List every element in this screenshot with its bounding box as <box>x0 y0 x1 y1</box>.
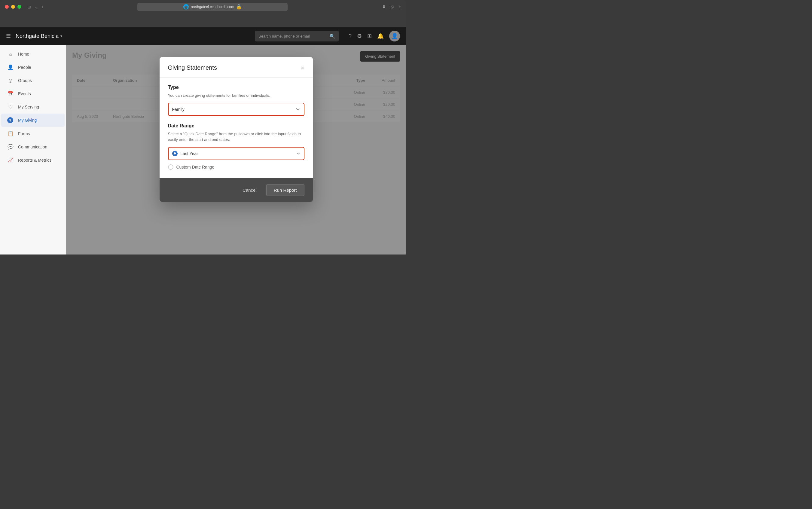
people-icon: 👤 <box>7 64 14 70</box>
sidebar-item-label: Groups <box>18 78 32 83</box>
sidebar-item-home[interactable]: ⌂ Home <box>1 48 65 60</box>
share-icon[interactable]: ⎋ <box>391 4 394 10</box>
quick-date-radio-button[interactable] <box>172 151 178 156</box>
date-range-heading: Date Range <box>168 123 304 129</box>
type-section-heading: Type <box>168 85 304 90</box>
app-header: ☰ Northgate Benicia ▾ Search name, phone… <box>0 27 406 45</box>
date-range-section: Date Range Select a "Quick Date Range" f… <box>168 123 304 171</box>
events-icon: 📅 <box>7 91 14 97</box>
date-range-description: Select a "Quick Date Range" from the pul… <box>168 131 304 143</box>
sidebar-item-communication[interactable]: 💬 Communication <box>1 140 65 153</box>
content-area: My Giving Giving Statement Date Organiza… <box>66 45 406 254</box>
url-text: northgatecf.ccbchurch.com <box>191 5 234 9</box>
quick-date-select[interactable]: Last Year This Year Custom Date Range <box>180 151 300 156</box>
fullscreen-traffic-light[interactable] <box>18 5 21 9</box>
sidebar-item-label: Events <box>18 91 31 96</box>
app-title: Northgate Benicia ▾ <box>15 33 62 39</box>
minimize-traffic-light[interactable] <box>11 5 15 9</box>
main-layout: ⌂ Home 👤 People ◎ Groups 📅 Events ♡ My S… <box>0 45 406 254</box>
sidebar-item-my-giving[interactable]: $ My Giving <box>1 113 65 127</box>
forms-icon: 📋 <box>7 131 14 136</box>
org-name: Northgate Benicia <box>15 33 59 39</box>
sidebar: ⌂ Home 👤 People ◎ Groups 📅 Events ♡ My S… <box>0 45 66 254</box>
address-bar[interactable]: 🌐 northgatecf.ccbchurch.com 🔒 <box>137 3 287 11</box>
sidebar-item-label: My Serving <box>18 105 39 109</box>
hamburger-icon[interactable]: ☰ <box>6 33 11 39</box>
modal-giving-statements: Giving Statements × Type You can create … <box>160 57 313 202</box>
browser-controls: ⊞ ⌄ ‹ <box>27 4 43 9</box>
run-report-button[interactable]: Run Report <box>266 184 304 196</box>
sidebar-item-label: My Giving <box>18 118 37 123</box>
browser-right-controls: ⬇ ⎋ + <box>382 4 401 10</box>
modal-title: Giving Statements <box>168 64 217 71</box>
gear-icon[interactable]: ⚙ <box>357 33 362 39</box>
sidebar-item-reports[interactable]: 📈 Reports & Metrics <box>1 154 65 166</box>
search-bar[interactable]: Search name, phone or email 🔍 <box>255 31 339 41</box>
sidebar-item-label: Reports & Metrics <box>18 158 52 163</box>
custom-date-row[interactable]: Custom Date Range <box>168 163 304 171</box>
type-section-description: You can create giving statements for fam… <box>168 93 304 99</box>
lock-icon: 🔒 <box>236 4 242 10</box>
modal-close-button[interactable]: × <box>301 65 304 71</box>
type-select[interactable]: Family Individual <box>168 103 304 116</box>
sidebar-item-my-serving[interactable]: ♡ My Serving <box>1 100 65 113</box>
browser-titlebar: ⊞ ⌄ ‹ 🌐 northgatecf.ccbchurch.com 🔒 ⬇ ⎋ … <box>0 0 406 13</box>
header-icons: ? ⚙ ⊞ 🔔 👤 <box>348 31 400 41</box>
type-section: Type You can create giving statements fo… <box>168 85 304 116</box>
modal-body: Type You can create giving statements fo… <box>160 77 313 178</box>
sidebar-item-label: Home <box>18 52 29 57</box>
search-icon[interactable]: 🔍 <box>329 33 335 39</box>
browser-chrome: ⊞ ⌄ ‹ 🌐 northgatecf.ccbchurch.com 🔒 ⬇ ⎋ … <box>0 0 406 27</box>
sidebar-item-label: People <box>18 65 31 70</box>
close-traffic-light[interactable] <box>5 5 9 9</box>
search-placeholder: Search name, phone or email <box>259 34 327 38</box>
help-icon[interactable]: ? <box>348 33 351 39</box>
sidebar-item-label: Communication <box>18 144 47 149</box>
sidebar-item-forms[interactable]: 📋 Forms <box>1 127 65 140</box>
back-icon[interactable]: ‹ <box>42 4 43 9</box>
modal-footer: Cancel Run Report <box>160 178 313 202</box>
custom-date-radio-button[interactable] <box>168 164 173 170</box>
modal-header: Giving Statements × <box>160 57 313 77</box>
radio-selected-indicator <box>174 152 176 155</box>
download-icon[interactable]: ⬇ <box>382 4 386 10</box>
cancel-button[interactable]: Cancel <box>238 185 262 195</box>
groups-icon: ◎ <box>7 77 14 83</box>
grid-icon[interactable]: ⊞ <box>367 33 372 39</box>
site-icon: 🌐 <box>183 4 189 10</box>
avatar[interactable]: 👤 <box>389 31 400 41</box>
custom-date-label: Custom Date Range <box>176 165 214 169</box>
sidebar-item-events[interactable]: 📅 Events <box>1 87 65 100</box>
sidebar-item-people[interactable]: 👤 People <box>1 61 65 74</box>
sidebar-toggle-icon[interactable]: ⊞ <box>27 4 31 9</box>
traffic-lights <box>5 5 21 9</box>
sidebar-item-label: Forms <box>18 131 30 136</box>
quick-date-range-row[interactable]: Last Year This Year Custom Date Range <box>168 147 304 160</box>
home-icon: ⌂ <box>7 52 14 57</box>
sidebar-item-groups[interactable]: ◎ Groups <box>1 74 65 87</box>
communication-icon: 💬 <box>7 144 14 149</box>
new-tab-icon[interactable]: + <box>399 4 401 10</box>
serving-icon: ♡ <box>7 104 14 110</box>
reports-icon: 📈 <box>7 157 14 163</box>
giving-icon: $ <box>7 117 14 123</box>
bell-icon[interactable]: 🔔 <box>377 33 384 39</box>
chevron-down-icon[interactable]: ⌄ <box>35 4 38 9</box>
modal-overlay: Giving Statements × Type You can create … <box>66 45 406 254</box>
chevron-down-icon[interactable]: ▾ <box>60 34 62 38</box>
